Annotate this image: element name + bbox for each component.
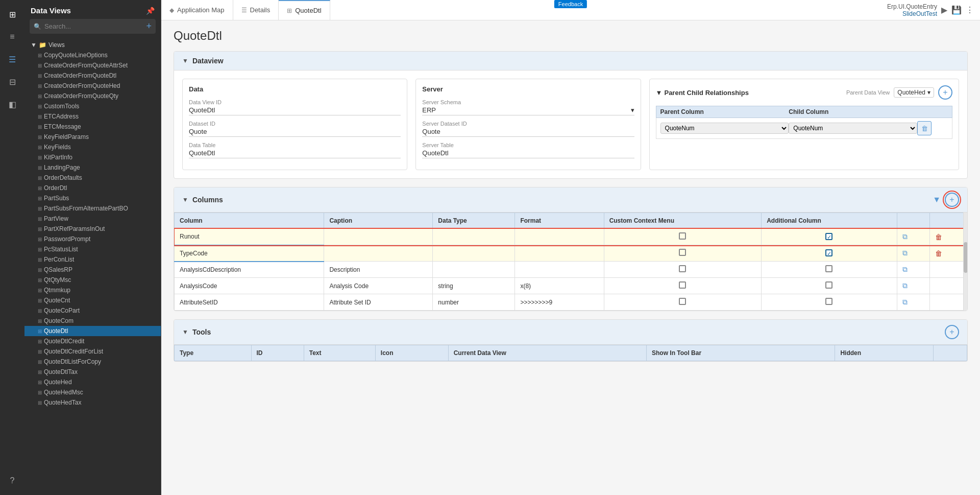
sidebar-item-QuoteDtlTax[interactable]: ⊞ QuoteDtlTax (24, 367, 161, 377)
sidebar-item-KeyFieldParams[interactable]: ⊞ KeyFieldParams (24, 132, 161, 142)
tab-details[interactable]: ☰ Details (233, 0, 279, 20)
sidebar-item-CustomTools[interactable]: ⊞ CustomTools (24, 101, 161, 111)
sidebar-item-ETCMessage[interactable]: ⊞ ETCMessage (24, 122, 161, 132)
filter-button[interactable]: ▼ (933, 195, 941, 204)
edit-row-button[interactable]: ⧉ (902, 298, 908, 307)
sidebar-item-PasswordPrompt[interactable]: ⊞ PasswordPrompt (24, 234, 161, 244)
chevron-tools-icon[interactable]: ▼ (182, 328, 188, 336)
sidebar-item-Qtmmkup[interactable]: ⊞ Qtmmkup (24, 285, 161, 295)
checkbox-custom-context[interactable] (679, 265, 686, 272)
sidebar-item-CreateOrderFromQuoteQty[interactable]: ⊞ CreateOrderFromQuoteQty (24, 91, 161, 101)
sidebar-item-QtQtyMsc[interactable]: ⊞ QtQtyMsc (24, 275, 161, 285)
tab-quotedtl[interactable]: ⊞ QuoteDtl (279, 0, 330, 20)
nav-icon-home[interactable]: ⊞ (3, 5, 21, 23)
nav-icon-file[interactable]: ◧ (3, 95, 21, 113)
sidebar-item-CreateOrderFromQuoteAttrSet[interactable]: ⊞ CreateOrderFromQuoteAttrSet (24, 60, 161, 70)
sidebar-item-PcStatusList[interactable]: ⊞ PcStatusList (24, 244, 161, 254)
nav-icon-list[interactable]: ☰ (3, 50, 21, 68)
sidebar-item-QuoteCoPart[interactable]: ⊞ QuoteCoPart (24, 305, 161, 316)
search-input[interactable] (44, 22, 143, 30)
sidebar-item-OrderDtl[interactable]: ⊞ OrderDtl (24, 183, 161, 193)
grid-icon: ⊞ (38, 175, 42, 181)
sidebar-item-PartSubsFromAlternatePartBO[interactable]: ⊞ PartSubsFromAlternatePartBO (24, 203, 161, 214)
add-relationship-button[interactable]: + (938, 85, 952, 100)
delete-row-button[interactable]: 🗑 (935, 233, 942, 241)
sidebar-item-QuoteCom[interactable]: ⊞ QuoteCom (24, 316, 161, 326)
edit-row-button[interactable]: ⧉ (902, 232, 908, 241)
sidebar-item-KitPartInfo[interactable]: ⊞ KitPartInfo (24, 152, 161, 162)
add-view-button[interactable]: + (146, 21, 152, 32)
sidebar-item-PartXRefParamsInOut[interactable]: ⊞ PartXRefParamsInOut (24, 224, 161, 234)
sidebar-item-QuoteDtlCreditForList[interactable]: ⊞ QuoteDtlCreditForList (24, 346, 161, 357)
child-column-select[interactable]: QuoteNum (789, 123, 917, 134)
checkbox-custom-context[interactable] (679, 249, 686, 256)
sidebar-item-QSalesRP[interactable]: ⊞ QSalesRP (24, 265, 161, 275)
cell-caption: Attribute Set ID (324, 294, 433, 311)
checkbox-additional[interactable] (825, 281, 832, 289)
tree-folder-views[interactable]: ▼ 📁 Views (24, 40, 161, 50)
sidebar-item-QuoteDtlListForCopy[interactable]: ⊞ QuoteDtlListForCopy (24, 357, 161, 367)
sidebar-item-PartSubs[interactable]: ⊞ PartSubs (24, 193, 161, 203)
checkbox-custom-context[interactable] (679, 232, 686, 240)
save-icon[interactable]: 💾 (951, 5, 962, 15)
sidebar-item-QuoteCnt[interactable]: ⊞ QuoteCnt (24, 295, 161, 305)
sidebar-item-QuoteHedTax[interactable]: ⊞ QuoteHedTax (24, 397, 161, 408)
checkbox-additional[interactable] (825, 265, 832, 272)
cell-datatype: string (433, 278, 515, 294)
table-row: TypeCode ✓ ⧉ 🗑 (175, 245, 967, 262)
nav-icon-table[interactable]: ⊟ (3, 73, 21, 91)
pin-icon[interactable]: 📌 (146, 7, 155, 15)
edit-row-button[interactable]: ⧉ (902, 281, 908, 290)
tools-table: Type ID Text Icon Current Data View Show… (174, 345, 967, 361)
sidebar-item-KeyFields[interactable]: ⊞ KeyFields (24, 142, 161, 152)
app-sub[interactable]: SlideOutTest (887, 10, 937, 17)
sidebar-item-QuoteHed[interactable]: ⊞ QuoteHed (24, 377, 161, 387)
chevron-icon[interactable]: ▼ (182, 57, 188, 64)
grid-icon: ⊞ (38, 165, 42, 171)
sidebar-item-LandingPage[interactable]: ⊞ LandingPage (24, 162, 161, 173)
grid-icon: ⊞ (38, 226, 42, 232)
sidebar-item-CreateOrderFromQuoteDtl[interactable]: ⊞ CreateOrderFromQuoteDtl (24, 70, 161, 81)
checkbox-custom-context[interactable] (679, 298, 686, 305)
checkbox-additional[interactable] (825, 298, 832, 305)
sidebar-item-PerConList[interactable]: ⊞ PerConList (24, 254, 161, 265)
sidebar-item-CreateOrderFromQuoteHed[interactable]: ⊞ CreateOrderFromQuoteHed (24, 81, 161, 91)
sidebar-item-QuoteDtl[interactable]: ⊞ QuoteDtl (24, 326, 161, 336)
scrollbar-track[interactable] (963, 213, 967, 311)
feedback-badge[interactable]: Feedback (554, 0, 587, 8)
nav-icon-layers[interactable]: ≡ (3, 28, 21, 46)
edit-row-button[interactable]: ⧉ (902, 265, 908, 274)
sidebar-item-ETCAddress[interactable]: ⊞ ETCAddress (24, 111, 161, 122)
tab-application-map[interactable]: ◆ Application Map (161, 0, 233, 20)
checkbox-additional[interactable]: ✓ (825, 249, 832, 256)
cell-caption (324, 229, 433, 245)
sidebar-item-PartView[interactable]: ⊞ PartView (24, 214, 161, 224)
grid-icon: ⊞ (38, 298, 42, 303)
sidebar-item-CopyQuoteLineOptions[interactable]: ⊞ CopyQuoteLineOptions (24, 50, 161, 60)
parent-column-select[interactable]: QuoteNum (660, 123, 789, 134)
chevron-icon-pcr[interactable]: ▼ (656, 89, 663, 97)
edit-row-button[interactable]: ⧉ (902, 249, 908, 257)
pcr-parent-select[interactable]: QuoteHed ▾ (894, 87, 934, 98)
value-server-schema[interactable]: ERP ▾ (422, 106, 634, 115)
cell-additional: ✓ (762, 245, 897, 262)
label-dataset-id: Dataset ID (189, 121, 401, 127)
nav-icon-help[interactable]: ? (3, 472, 21, 490)
sidebar-item-QuoteHedMsc[interactable]: ⊞ QuoteHedMsc (24, 387, 161, 397)
delete-row-button[interactable]: 🗑 (935, 249, 942, 257)
cell-additional (762, 262, 897, 278)
checkbox-custom-context[interactable] (679, 281, 686, 289)
more-icon[interactable]: ⋮ (966, 5, 974, 15)
cell-caption: Analysis Code (324, 278, 433, 294)
scrollbar-thumb[interactable] (964, 242, 967, 273)
add-tool-button[interactable]: + (945, 325, 959, 339)
checkbox-additional[interactable]: ✓ (825, 233, 832, 240)
sidebar-item-OrderDefaults[interactable]: ⊞ OrderDefaults (24, 173, 161, 183)
sidebar-item-QuoteDtlCredit[interactable]: ⊞ QuoteDtlCredit (24, 336, 161, 346)
list-icon: ☰ (241, 7, 247, 14)
delete-relationship-button[interactable]: 🗑 (917, 121, 932, 135)
cell-delete (930, 262, 967, 278)
add-column-button[interactable]: + (945, 193, 959, 207)
chevron-columns-icon[interactable]: ▼ (182, 196, 188, 203)
play-icon[interactable]: ▶ (941, 5, 947, 15)
